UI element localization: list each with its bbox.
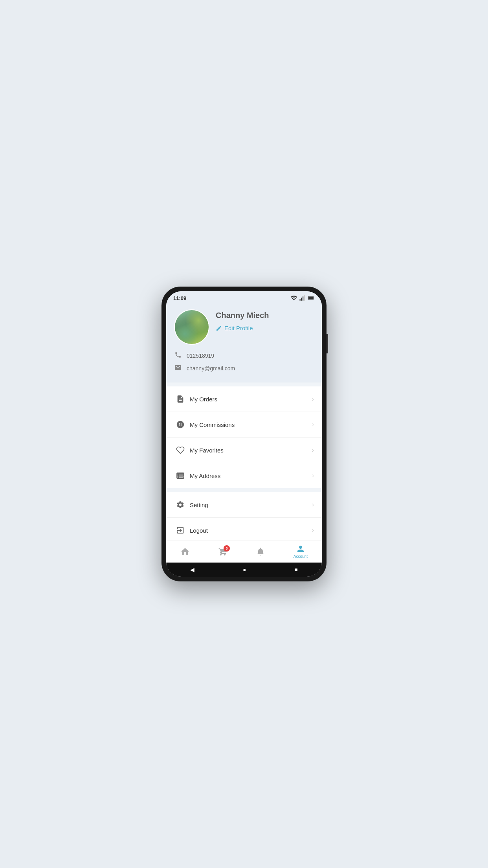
commissions-icon: % bbox=[174, 418, 187, 431]
profile-header: Channy Miech Edit Profile bbox=[174, 309, 314, 345]
profile-info: Channy Miech Edit Profile bbox=[216, 309, 314, 331]
back-button[interactable]: ◀ bbox=[190, 566, 194, 573]
email-address: channy@gmail.com bbox=[187, 365, 235, 371]
person-icon bbox=[296, 544, 305, 554]
logout-chevron: › bbox=[312, 527, 314, 534]
logout-label: Logout bbox=[190, 527, 312, 534]
nav-home[interactable] bbox=[180, 547, 190, 556]
edit-icon bbox=[216, 325, 222, 331]
screen-content: Channy Miech Edit Profile bbox=[166, 303, 322, 541]
logout-icon bbox=[174, 524, 187, 537]
svg-rect-0 bbox=[300, 299, 301, 301]
svg-text:%: % bbox=[177, 423, 180, 427]
my-address-label: My Address bbox=[190, 473, 312, 479]
my-orders-item[interactable]: My Orders › bbox=[166, 386, 322, 412]
avatar bbox=[174, 309, 209, 345]
orders-chevron: › bbox=[312, 395, 314, 403]
status-bar: 11:09 bbox=[166, 291, 322, 303]
nav-account[interactable]: Account bbox=[294, 544, 308, 559]
cart-wrapper: 3 bbox=[218, 547, 227, 556]
cart-badge: 3 bbox=[224, 545, 230, 552]
nav-notification[interactable] bbox=[256, 547, 265, 556]
my-commissions-item[interactable]: % My Commissions › bbox=[166, 412, 322, 438]
svg-rect-3 bbox=[304, 295, 305, 301]
svg-rect-2 bbox=[303, 296, 303, 301]
svg-rect-6 bbox=[308, 297, 313, 299]
my-orders-label: My Orders bbox=[190, 396, 312, 403]
favorites-icon bbox=[174, 444, 187, 456]
profile-name: Channy Miech bbox=[216, 311, 314, 320]
menu-section-2: Setting › Logout › bbox=[166, 492, 322, 541]
my-favorites-label: My Favorites bbox=[190, 447, 312, 454]
svg-rect-5 bbox=[314, 298, 314, 299]
my-address-item[interactable]: My Address › bbox=[166, 463, 322, 488]
profile-section: Channy Miech Edit Profile bbox=[166, 303, 322, 383]
contact-info: 012518919 channy@gmail.com bbox=[174, 349, 314, 375]
account-label: Account bbox=[294, 554, 308, 559]
phone-frame: 11:09 bbox=[161, 287, 327, 581]
battery-icon bbox=[308, 294, 315, 302]
setting-item[interactable]: Setting › bbox=[166, 492, 322, 518]
signal-icon bbox=[299, 294, 306, 302]
phone-icon bbox=[174, 351, 182, 360]
status-time: 11:09 bbox=[173, 295, 186, 301]
recent-button[interactable]: ■ bbox=[294, 566, 297, 573]
bell-icon bbox=[256, 547, 265, 556]
edit-profile-button[interactable]: Edit Profile bbox=[216, 325, 253, 331]
email-row: channy@gmail.com bbox=[174, 362, 314, 375]
wifi-icon bbox=[290, 294, 297, 302]
setting-icon bbox=[174, 498, 187, 511]
svg-rect-1 bbox=[301, 298, 302, 301]
orders-icon bbox=[174, 393, 187, 405]
phone-screen: 11:09 bbox=[166, 291, 322, 577]
edit-profile-label: Edit Profile bbox=[224, 325, 253, 331]
setting-label: Setting bbox=[190, 502, 312, 508]
address-icon bbox=[174, 469, 187, 482]
phone-number: 012518919 bbox=[187, 353, 214, 359]
phone-row: 012518919 bbox=[174, 349, 314, 362]
commissions-chevron: › bbox=[312, 421, 314, 428]
home-icon bbox=[180, 547, 190, 556]
logout-item[interactable]: Logout › bbox=[166, 518, 322, 541]
my-commissions-label: My Commissions bbox=[190, 421, 312, 428]
email-icon bbox=[174, 364, 182, 373]
bottom-navigation: 3 Account bbox=[166, 541, 322, 563]
setting-chevron: › bbox=[312, 501, 314, 508]
my-favorites-item[interactable]: My Favorites › bbox=[166, 438, 322, 463]
nav-cart[interactable]: 3 bbox=[218, 547, 227, 556]
address-chevron: › bbox=[312, 472, 314, 479]
avatar-image bbox=[175, 310, 209, 344]
status-icons bbox=[290, 294, 315, 302]
home-button[interactable]: ● bbox=[243, 566, 246, 573]
menu-section-1: My Orders › % My Commissions › bbox=[166, 386, 322, 488]
android-navigation: ◀ ● ■ bbox=[166, 563, 322, 577]
favorites-chevron: › bbox=[312, 447, 314, 454]
